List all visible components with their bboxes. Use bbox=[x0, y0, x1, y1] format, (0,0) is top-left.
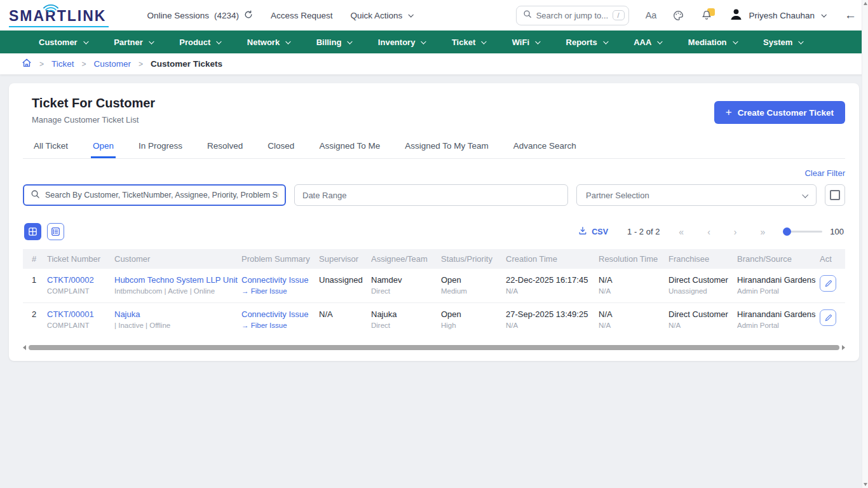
problem-sub-category[interactable]: → Fiber Issue bbox=[241, 287, 315, 295]
pagination-range: 1 - 2 of 2 bbox=[627, 227, 660, 236]
scroll-left-arrow-icon[interactable] bbox=[23, 345, 26, 350]
clear-filter-link[interactable]: Clear Filter bbox=[804, 168, 845, 178]
edit-ticket-button[interactable] bbox=[820, 275, 836, 292]
prev-page-button[interactable]: ‹ bbox=[707, 227, 710, 237]
tab-all-ticket[interactable]: All Ticket bbox=[32, 137, 70, 158]
csv-export-button[interactable]: CSV bbox=[578, 226, 608, 237]
pagination-controls: « ‹ › » bbox=[679, 227, 765, 237]
col-status-priority: Status/Priority bbox=[441, 249, 506, 269]
scroll-up-arrow-icon[interactable] bbox=[864, 2, 867, 5]
nav-item-billing[interactable]: Billing bbox=[303, 30, 365, 53]
nav-item-aaa[interactable]: AAA bbox=[620, 30, 675, 53]
ticket-search-input[interactable]: Search By Customer, TicketNumber, Assign… bbox=[23, 184, 286, 206]
scroll-right-arrow-icon[interactable] bbox=[842, 345, 845, 350]
edit-ticket-button[interactable] bbox=[820, 309, 836, 326]
last-page-button[interactable]: » bbox=[761, 227, 766, 237]
breadcrumb-customer[interactable]: Customer bbox=[94, 59, 132, 69]
slider-handle[interactable] bbox=[783, 227, 791, 236]
nav-item-inventory[interactable]: Inventory bbox=[365, 30, 438, 53]
nav-item-mediation[interactable]: Mediation bbox=[675, 30, 750, 53]
nav-item-partner[interactable]: Partner bbox=[100, 30, 166, 53]
customer-status: Intbmchubcom | Active | Online bbox=[114, 287, 238, 295]
nav-item-ticket[interactable]: Ticket bbox=[438, 30, 499, 53]
select-all-checkbox[interactable] bbox=[825, 184, 845, 206]
ticket-number-link[interactable]: CTKT/00002 bbox=[47, 275, 111, 285]
row-index: 2 bbox=[32, 309, 43, 319]
tab-advance-search[interactable]: Advance Search bbox=[512, 137, 578, 158]
chevron-down-icon bbox=[149, 39, 154, 44]
page-size-slider[interactable]: 100 bbox=[784, 227, 844, 236]
customer-status: | Inactive | Offline bbox=[114, 322, 238, 329]
franchisee: Direct Customer bbox=[668, 309, 733, 319]
nav-item-wifi[interactable]: WiFi bbox=[499, 30, 553, 53]
filter-row: Search By Customer, TicketNumber, Assign… bbox=[23, 184, 845, 206]
home-icon[interactable] bbox=[22, 58, 32, 70]
access-request-label: Access Request bbox=[271, 11, 333, 20]
smartlink-logo[interactable]: SMARTLINK bbox=[9, 4, 109, 27]
problem-summary-link[interactable]: Connectivity Issue bbox=[241, 309, 315, 319]
table-row: 2 CTKT/00001 COMPLAINT Najuka | Inactive… bbox=[23, 303, 845, 337]
problem-sub-category[interactable]: → Fiber Issue bbox=[241, 322, 315, 329]
customer-link[interactable]: Hubcom Techno System LLP Unit bbox=[114, 275, 238, 285]
franchisee-sub: N/A bbox=[668, 322, 733, 329]
chevron-down-icon bbox=[799, 39, 804, 44]
horizontal-scrollbar[interactable] bbox=[23, 344, 845, 351]
nav-label: Network bbox=[247, 37, 280, 47]
online-sessions[interactable]: Online Sessions (4234) bbox=[147, 10, 253, 21]
pencil-icon bbox=[824, 314, 832, 322]
nav-label: Product bbox=[179, 37, 210, 47]
list-view-button[interactable] bbox=[47, 223, 64, 240]
scroll-down-arrow-icon[interactable] bbox=[864, 483, 867, 486]
vertical-scrollbar[interactable] bbox=[862, 0, 868, 488]
franchisee: Direct Customer bbox=[668, 275, 733, 285]
page-title: Ticket For Customer bbox=[23, 96, 155, 111]
next-page-button[interactable]: › bbox=[734, 227, 737, 237]
tab-in-progress[interactable]: In Progress bbox=[137, 137, 184, 158]
nav-item-system[interactable]: System bbox=[750, 30, 816, 53]
tab-open[interactable]: Open bbox=[91, 137, 116, 158]
nav-item-network[interactable]: Network bbox=[234, 30, 303, 53]
ticket-list-card: Ticket For Customer Manage Customer Tick… bbox=[9, 83, 859, 361]
tab-assigned-to-my-team[interactable]: Assigned To My Team bbox=[403, 137, 491, 158]
tab-assigned-to-me[interactable]: Assigned To Me bbox=[317, 137, 382, 158]
tab-resolved[interactable]: Resolved bbox=[205, 137, 245, 158]
quick-actions-menu[interactable]: Quick Actions bbox=[351, 11, 413, 20]
pencil-icon bbox=[824, 280, 832, 288]
problem-summary-link[interactable]: Connectivity Issue bbox=[241, 275, 315, 285]
nav-item-reports[interactable]: Reports bbox=[553, 30, 621, 53]
branch: Hiranandani Gardens bbox=[737, 275, 816, 285]
assignee: Najuka bbox=[371, 309, 437, 319]
text-size-toggle[interactable]: Aa bbox=[646, 10, 657, 20]
horizontal-scroll-thumb[interactable] bbox=[29, 345, 839, 350]
grid-view-button[interactable] bbox=[24, 223, 41, 240]
ticket-search-placeholder: Search By Customer, TicketNumber, Assign… bbox=[45, 191, 278, 200]
partner-selection-placeholder: Partner Selection bbox=[586, 191, 649, 200]
access-request-link[interactable]: Access Request bbox=[271, 11, 333, 20]
refresh-icon[interactable] bbox=[244, 10, 253, 21]
status: Open bbox=[441, 275, 502, 285]
global-search-input[interactable]: Search or jump to... / bbox=[516, 6, 629, 25]
online-sessions-label: Online Sessions bbox=[147, 11, 209, 20]
breadcrumb-ticket[interactable]: Ticket bbox=[51, 59, 74, 69]
first-page-button[interactable]: « bbox=[679, 227, 684, 237]
date-range-input[interactable]: Date Range bbox=[294, 184, 568, 206]
chevron-down-icon bbox=[658, 39, 663, 44]
resolution-time-sub: N/A bbox=[599, 287, 665, 295]
nav-item-customer[interactable]: Customer bbox=[25, 30, 100, 53]
customer-link[interactable]: Najuka bbox=[114, 309, 238, 319]
ticket-number-link[interactable]: CTKT/00001 bbox=[47, 309, 111, 319]
theme-palette-icon[interactable] bbox=[673, 10, 684, 21]
user-menu[interactable]: Priyesh Chauhan bbox=[729, 8, 825, 23]
slider-track[interactable] bbox=[784, 231, 822, 233]
notifications-bell-icon[interactable] bbox=[700, 9, 713, 22]
resolution-time: N/A bbox=[599, 275, 665, 285]
create-button-label: Create Customer Ticket bbox=[738, 108, 834, 118]
partner-selection-dropdown[interactable]: Partner Selection bbox=[576, 184, 817, 206]
nav-item-product[interactable]: Product bbox=[166, 30, 234, 53]
chevron-down-icon bbox=[821, 12, 826, 17]
tab-closed[interactable]: Closed bbox=[266, 137, 296, 158]
create-customer-ticket-button[interactable]: + Create Customer Ticket bbox=[714, 101, 845, 124]
chevron-down-icon bbox=[217, 39, 222, 44]
back-arrow-icon[interactable]: ← bbox=[844, 8, 857, 22]
card-header: Ticket For Customer Manage Customer Tick… bbox=[23, 96, 845, 125]
